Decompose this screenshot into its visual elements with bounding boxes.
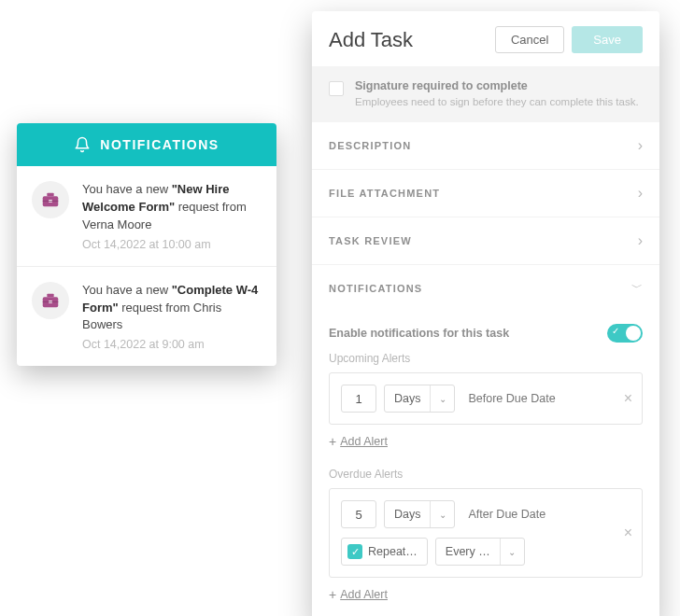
enable-notifications-label: Enable notifications for this task: [329, 327, 509, 340]
notifications-header: NOTIFICATIONS: [17, 123, 276, 166]
check-icon: ✓: [347, 544, 362, 559]
overdue-relation: After Due Date: [468, 508, 545, 521]
svg-rect-7: [43, 301, 59, 302]
section-task-review[interactable]: TASK REVIEW ›: [312, 217, 659, 265]
section-description[interactable]: DESCRIPTION ›: [312, 122, 659, 170]
remove-alert-button[interactable]: ×: [624, 525, 632, 541]
upcoming-relation: Before Due Date: [468, 392, 555, 405]
remove-alert-button[interactable]: ×: [624, 390, 632, 407]
svg-rect-5: [47, 293, 53, 297]
chevron-down-icon: ⌄: [430, 501, 454, 527]
signature-label: Signature required to complete: [355, 79, 639, 92]
notification-text: You have a new "Complete W-4 Form" reque…: [82, 282, 260, 354]
notification-timestamp: Oct 14,2022 at 10:00 am: [82, 236, 260, 253]
add-upcoming-alert[interactable]: + Add Alert: [329, 434, 388, 449]
chevron-down-icon: ⌄: [500, 539, 524, 565]
task-header: Add Task Cancel Save: [312, 11, 659, 66]
signature-desc: Employees need to sign before they can c…: [355, 96, 639, 107]
briefcase-icon: [32, 181, 69, 218]
section-notifications[interactable]: NOTIFICATIONS ﹀: [312, 265, 659, 311]
notification-item[interactable]: You have a new "New Hire Welcome Form" r…: [17, 166, 276, 267]
notifications-title: NOTIFICATIONS: [100, 137, 219, 152]
cancel-button[interactable]: Cancel: [495, 26, 564, 53]
upcoming-alerts-heading: Upcoming Alerts: [329, 352, 643, 365]
add-overdue-alert[interactable]: + Add Alert: [329, 587, 388, 602]
every-select[interactable]: Every … ⌄: [435, 538, 525, 566]
save-button[interactable]: Save: [572, 26, 643, 53]
plus-icon: +: [329, 434, 336, 449]
notifications-section: Enable notifications for this task Upcom…: [312, 311, 659, 616]
plus-icon: +: [329, 587, 336, 602]
chevron-down-icon: ⌄: [430, 385, 454, 412]
chevron-right-icon: ›: [638, 137, 643, 154]
svg-rect-3: [43, 201, 59, 202]
notification-timestamp: Oct 14,2022 at 9:00 am: [82, 336, 260, 353]
enable-toggle[interactable]: [607, 324, 643, 343]
overdue-value-input[interactable]: [341, 500, 376, 528]
toggle-knob: [626, 326, 641, 341]
overdue-alerts-heading: Overdue Alerts: [329, 468, 643, 481]
bell-icon: [74, 136, 91, 153]
overdue-alert-row: Days ⌄ After Due Date ✓ Repeat… Every … …: [329, 488, 643, 578]
notification-text: You have a new "New Hire Welcome Form" r…: [82, 181, 260, 253]
signature-checkbox[interactable]: [329, 81, 344, 96]
panel-title: Add Task: [329, 28, 495, 52]
chevron-right-icon: ›: [638, 185, 643, 202]
notification-item[interactable]: You have a new "Complete W-4 Form" reque…: [17, 267, 276, 367]
svg-rect-1: [47, 193, 53, 197]
add-task-panel: Add Task Cancel Save Signature required …: [312, 11, 659, 616]
briefcase-icon: [32, 282, 69, 319]
upcoming-alert-row: Days ⌄ Before Due Date ×: [329, 372, 643, 425]
repeat-checkbox[interactable]: ✓ Repeat…: [341, 538, 428, 566]
chevron-right-icon: ›: [638, 232, 643, 249]
chevron-down-icon: ﹀: [631, 280, 643, 296]
upcoming-value-input[interactable]: [341, 385, 376, 413]
upcoming-unit-select[interactable]: Days ⌄: [384, 385, 455, 413]
section-file-attachment[interactable]: FILE ATTACHMENT ›: [312, 170, 659, 217]
notifications-card: NOTIFICATIONS You have a new "New Hire W…: [17, 123, 276, 366]
signature-block: Signature required to complete Employees…: [312, 66, 659, 122]
overdue-unit-select[interactable]: Days ⌄: [384, 500, 455, 528]
